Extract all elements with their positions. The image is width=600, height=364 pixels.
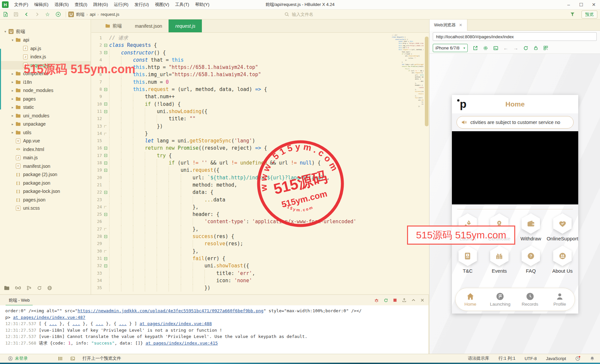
clear-log-icon[interactable] (420, 298, 425, 302)
menu-item-8[interactable]: 工具(T) (172, 0, 192, 9)
console-terminal-icon[interactable] (493, 46, 498, 51)
tree-item-i18n[interactable]: ▸i18n (0, 78, 91, 86)
new-file-icon[interactable] (0, 12, 11, 17)
globe-icon[interactable] (47, 286, 52, 290)
navigate-back-icon[interactable] (21, 12, 32, 17)
stop-icon[interactable] (393, 298, 397, 302)
cursor-position[interactable]: 行:1 列:1 (498, 355, 515, 361)
menu-item-0[interactable]: 文件(F) (11, 0, 31, 9)
menu-item-1[interactable]: 编辑(E) (31, 0, 51, 9)
folder-icon[interactable] (4, 286, 10, 290)
update-clock-icon[interactable] (575, 356, 581, 361)
glasses-icon[interactable] (15, 286, 21, 290)
menu-item-9[interactable]: 帮助(Y) (192, 0, 212, 9)
tab-web-browser[interactable]: Web浏览器✕ (429, 19, 467, 31)
login-status[interactable]: 未登录 (8, 355, 28, 361)
device-selector[interactable]: iPhone 6/7/8▾ (433, 44, 468, 52)
tree-item-main-js[interactable]: Jmain.js (0, 154, 91, 162)
breadcrumb-item[interactable]: 前端 (76, 12, 84, 17)
maximize-button[interactable]: ☐ (575, 0, 587, 9)
tree-item-package-lock-json[interactable]: [ ]package-lock.json (0, 187, 91, 196)
nav-item-records[interactable]: Records (515, 288, 545, 311)
navigate-forward-icon[interactable] (32, 12, 42, 17)
tree-item-pages[interactable]: ▸pages (0, 95, 91, 103)
reload-icon[interactable] (523, 46, 528, 51)
filter-funnel-icon[interactable] (567, 12, 578, 17)
editor-tab-0[interactable]: 前端 (99, 19, 128, 32)
settings-gear-icon[interactable] (483, 46, 488, 51)
console-link[interactable]: at pages/index/index.vue:487 (13, 315, 85, 320)
terminal-small-icon[interactable] (70, 356, 75, 361)
collapse-panel-icon[interactable] (411, 298, 416, 302)
breadcrumb-item[interactable]: request.js (101, 12, 119, 17)
open-external-icon[interactable] (473, 46, 478, 51)
outline-icon[interactable] (58, 356, 63, 361)
grid-item-t-c[interactable]: T&C (452, 246, 484, 274)
tree-item-node-modules[interactable]: ▸node_modules (0, 86, 91, 95)
tree-item-package-json[interactable]: [ ]package.json (0, 179, 91, 187)
tree-item-api-js[interactable]: Japi.js (0, 44, 91, 53)
tree-item-utils[interactable]: ▸utils (0, 128, 91, 137)
grid-item-withdraw[interactable]: Withdraw (515, 213, 547, 241)
tree-item-api[interactable]: ▾api (0, 36, 91, 45)
tree-item-request-js[interactable]: Jrequest.js (0, 61, 91, 70)
save-icon[interactable] (11, 12, 21, 17)
tree-item-index-js[interactable]: Jindex.js (0, 53, 91, 61)
console-link[interactable]: ... (119, 321, 126, 326)
bell-icon[interactable] (590, 356, 595, 361)
console-link[interactable]: ... (73, 321, 80, 326)
console-link[interactable]: ... (49, 321, 57, 326)
language-label[interactable]: JavaScript (546, 356, 566, 361)
menu-item-3[interactable]: 查找(I) (72, 0, 90, 9)
tree-item-components[interactable]: ▸components (0, 70, 91, 78)
menu-item-2[interactable]: 选择(S) (51, 0, 72, 9)
console-link[interactable]: ... (96, 321, 103, 326)
lock-icon[interactable] (533, 46, 538, 50)
menu-item-5[interactable]: 运行(R) (111, 0, 131, 9)
tree-item-uni-scss[interactable]: Suni.scss (0, 204, 91, 213)
editor-scrollbar[interactable] (425, 37, 428, 126)
console-tab[interactable]: 前端 - Web (9, 295, 30, 306)
grid-item-certificate[interactable]: Certificate (484, 213, 515, 241)
menu-item-6[interactable]: 发行(U) (131, 0, 152, 9)
tree-item-pages-json[interactable]: [ ]pages.json (0, 196, 91, 204)
export-log-icon[interactable] (402, 298, 407, 303)
grid-item-events[interactable]: Events (484, 246, 515, 274)
tree-item-前端[interactable]: ▾前端 (0, 27, 91, 36)
url-input[interactable] (433, 32, 597, 41)
rerun-icon[interactable] (384, 298, 388, 303)
editor-tab-2[interactable]: request.js (169, 19, 202, 32)
nav-item-home[interactable]: Home (456, 288, 485, 311)
forward-arrow-icon[interactable]: → (513, 45, 518, 51)
grid-item-onlinesupport[interactable]: OnlineSupport (547, 213, 578, 241)
back-arrow-icon[interactable]: ← (503, 45, 508, 51)
grid-item-about-us[interactable]: About Us (547, 246, 578, 274)
tree-item-package-2-json[interactable]: [ ]package (2).json (0, 170, 91, 179)
menu-item-4[interactable]: 跳转(G) (90, 0, 111, 9)
favorite-star-icon[interactable]: ☆ (42, 12, 53, 17)
tree-item-index-html[interactable]: <>index.html (0, 145, 91, 154)
menu-item-7[interactable]: 视图(V) (152, 0, 172, 9)
code-area[interactable]: 1// 请求2class Requests {3constructor() {4… (91, 33, 429, 294)
run-icon[interactable] (53, 12, 63, 17)
encoding-label[interactable]: UTF-8 (524, 356, 537, 361)
console-output[interactable]: order:0" /><img alt="" src="https://newa… (0, 305, 428, 354)
minimize-button[interactable]: – (562, 0, 575, 9)
grid-item-launch[interactable]: Launch (452, 213, 484, 241)
qr-code-icon[interactable] (543, 46, 548, 50)
video-player[interactable] (452, 131, 578, 204)
console-link[interactable]: at pages/index/index.vue:488 (140, 321, 212, 326)
nav-item-profile[interactable]: Profile (545, 288, 575, 311)
tree-item-uni-modules[interactable]: ▸uni_modules (0, 111, 91, 120)
console-link[interactable]: https://newadmin.jqdkkk.com/upload/4e3fe… (78, 308, 264, 313)
tree-item-manifest-json[interactable]: ✳manifest.json (0, 162, 91, 170)
editor-tab-1[interactable]: manifest.json (128, 19, 169, 32)
open-last-preview[interactable]: 打开上一个预览文件 (82, 355, 121, 361)
nav-item-launching[interactable]: Launching (485, 288, 515, 311)
close-button[interactable]: ✕ (587, 0, 600, 9)
grid-item-faq[interactable]: ?FAQ (515, 246, 547, 274)
minimap[interactable]: // 请求class Requests {constructor() {cons… (392, 34, 424, 107)
file-search[interactable]: 输入文件名 (284, 12, 313, 17)
debug-icon[interactable] (26, 286, 32, 290)
breadcrumb-item[interactable]: api (90, 12, 95, 17)
